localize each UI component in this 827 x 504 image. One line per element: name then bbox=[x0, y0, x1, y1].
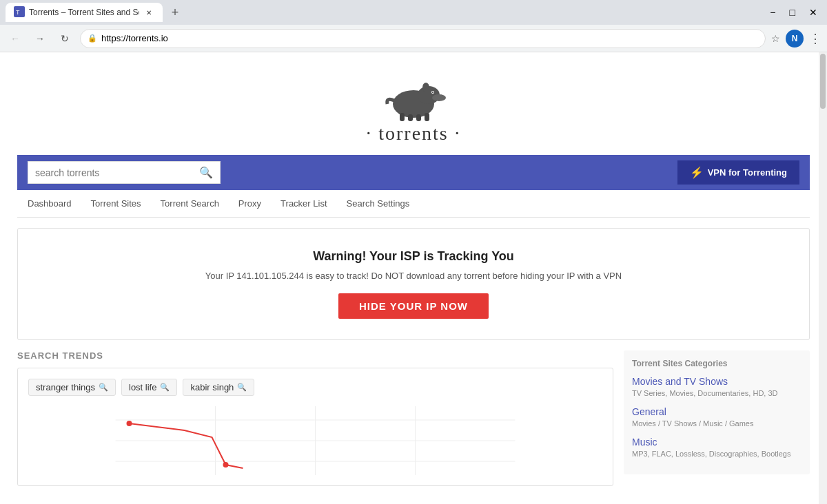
trend-tag-stranger-things[interactable]: stranger things 🔍 bbox=[28, 379, 116, 396]
svg-point-5 bbox=[422, 83, 429, 92]
user-avatar[interactable]: N bbox=[786, 30, 804, 48]
new-tab-button[interactable]: + bbox=[165, 3, 185, 22]
trend-search-icon-kabir-singh: 🔍 bbox=[237, 383, 247, 392]
trend-label-stranger-things: stranger things bbox=[36, 382, 95, 392]
tab-close-button[interactable]: ✕ bbox=[143, 7, 154, 18]
browser-frame: T Torrents – Torrent Sites and Sear ✕ + … bbox=[0, 0, 827, 504]
svg-point-7 bbox=[432, 92, 433, 93]
category-desc-movies: TV Series, Movies, Documentaries, HD, 3D bbox=[632, 389, 802, 397]
vpn-button[interactable]: ⚡ VPN for Torrenting bbox=[677, 160, 799, 185]
page-inner: · torrents · 🔍 ⚡ VPN for Torrenting Dash… bbox=[7, 52, 820, 500]
window-controls: − □ ✕ bbox=[766, 7, 821, 18]
page-content: · torrents · 🔍 ⚡ VPN for Torrenting Dash… bbox=[0, 52, 827, 504]
logo-area: · torrents · bbox=[7, 52, 820, 155]
category-desc-general: Movies / TV Shows / Music / Games bbox=[632, 419, 802, 428]
forward-button[interactable]: → bbox=[30, 29, 50, 48]
search-submit-button[interactable]: 🔍 bbox=[199, 166, 213, 179]
logo-text: · torrents · bbox=[366, 123, 461, 145]
bookmark-icon[interactable]: ☆ bbox=[771, 33, 780, 44]
chart-area bbox=[28, 406, 602, 475]
url-input[interactable] bbox=[101, 33, 758, 43]
sidebar-box: Torrent Sites Categories Movies and TV S… bbox=[624, 350, 810, 474]
trend-search-icon-lost-life: 🔍 bbox=[160, 383, 170, 392]
trends-box: stranger things 🔍 lost life 🔍 kabir sing… bbox=[17, 368, 613, 486]
nav-item-torrent-search[interactable]: Torrent Search bbox=[151, 196, 229, 211]
svg-point-4 bbox=[432, 94, 446, 101]
sidebar-title: Torrent Sites Categories bbox=[632, 359, 802, 368]
browser-toolbar: ← → ↻ 🔒 ☆ N ⋮ bbox=[0, 25, 827, 52]
trend-tag-lost-life[interactable]: lost life 🔍 bbox=[121, 379, 177, 396]
svg-rect-11 bbox=[425, 113, 429, 121]
main-grid: SEARCH TRENDS stranger things 🔍 lost lif… bbox=[17, 350, 810, 486]
address-bar[interactable]: 🔒 bbox=[80, 29, 766, 48]
left-column: SEARCH TRENDS stranger things 🔍 lost lif… bbox=[17, 350, 613, 486]
trend-chart bbox=[28, 406, 602, 475]
tab-title: Torrents – Torrent Sites and Sear bbox=[29, 8, 139, 17]
category-link-music[interactable]: Music bbox=[632, 437, 657, 448]
category-link-movies[interactable]: Movies and TV Shows bbox=[632, 376, 728, 387]
search-bar-container: 🔍 ⚡ VPN for Torrenting bbox=[17, 155, 810, 190]
nav-item-proxy[interactable]: Proxy bbox=[229, 196, 271, 211]
category-item-music: Music MP3, FLAC, Lossless, Discographies… bbox=[632, 436, 802, 458]
warning-box: Warning! Your ISP is Tracking You Your I… bbox=[17, 228, 810, 340]
nav-item-tracker-list[interactable]: Tracker List bbox=[271, 196, 336, 211]
category-item-movies: Movies and TV Shows TV Series, Movies, D… bbox=[632, 375, 802, 397]
trends-tags: stranger things 🔍 lost life 🔍 kabir sing… bbox=[28, 379, 602, 396]
nav-item-torrent-sites[interactable]: Torrent Sites bbox=[81, 196, 151, 211]
warning-title: Warning! Your ISP is Tracking You bbox=[32, 249, 795, 264]
svg-rect-10 bbox=[416, 114, 421, 121]
hide-ip-button[interactable]: HIDE YOUR IP NOW bbox=[338, 293, 489, 319]
close-button[interactable]: ✕ bbox=[805, 7, 821, 18]
nav-menu: Dashboard Torrent Sites Torrent Search P… bbox=[17, 190, 810, 218]
trend-label-lost-life: lost life bbox=[129, 382, 156, 392]
browser-menu-icon[interactable]: ⋮ bbox=[809, 31, 821, 46]
category-item-general: General Movies / TV Shows / Music / Game… bbox=[632, 406, 802, 428]
tab-favicon: T bbox=[14, 6, 25, 19]
trends-section-title: SEARCH TRENDS bbox=[17, 350, 613, 361]
scrollbar-thumb[interactable] bbox=[820, 54, 826, 109]
search-input-wrapper[interactable]: 🔍 bbox=[28, 161, 221, 184]
category-desc-music: MP3, FLAC, Lossless, Discographies, Boot… bbox=[632, 450, 802, 458]
logo-animal bbox=[379, 66, 448, 121]
back-button[interactable]: ← bbox=[6, 29, 25, 48]
svg-rect-9 bbox=[408, 114, 413, 121]
trend-tag-kabir-singh[interactable]: kabir singh 🔍 bbox=[183, 379, 254, 396]
browser-tab[interactable]: T Torrents – Torrent Sites and Sear ✕ bbox=[6, 3, 163, 22]
browser-titlebar: T Torrents – Torrent Sites and Sear ✕ + … bbox=[0, 0, 827, 25]
nav-item-search-settings[interactable]: Search Settings bbox=[337, 196, 420, 211]
category-link-general[interactable]: General bbox=[632, 406, 666, 417]
nav-item-dashboard[interactable]: Dashboard bbox=[28, 196, 81, 211]
warning-message: Your IP 141.101.105.244 is easy to track… bbox=[32, 271, 795, 281]
minimize-button[interactable]: − bbox=[766, 7, 779, 18]
svg-rect-8 bbox=[400, 113, 405, 121]
lock-icon: 🔒 bbox=[88, 34, 97, 43]
maximize-button[interactable]: □ bbox=[786, 7, 799, 18]
lightning-icon: ⚡ bbox=[690, 166, 704, 179]
reload-button[interactable]: ↻ bbox=[55, 29, 74, 48]
logo-svg bbox=[379, 66, 448, 121]
trend-search-icon-stranger-things: 🔍 bbox=[99, 383, 108, 392]
scrollbar[interactable] bbox=[819, 52, 827, 504]
svg-text:T: T bbox=[16, 9, 20, 16]
right-column: Torrent Sites Categories Movies and TV S… bbox=[624, 350, 810, 486]
search-input[interactable] bbox=[35, 167, 199, 178]
svg-point-21 bbox=[223, 462, 229, 468]
trend-label-kabir-singh: kabir singh bbox=[190, 382, 234, 392]
